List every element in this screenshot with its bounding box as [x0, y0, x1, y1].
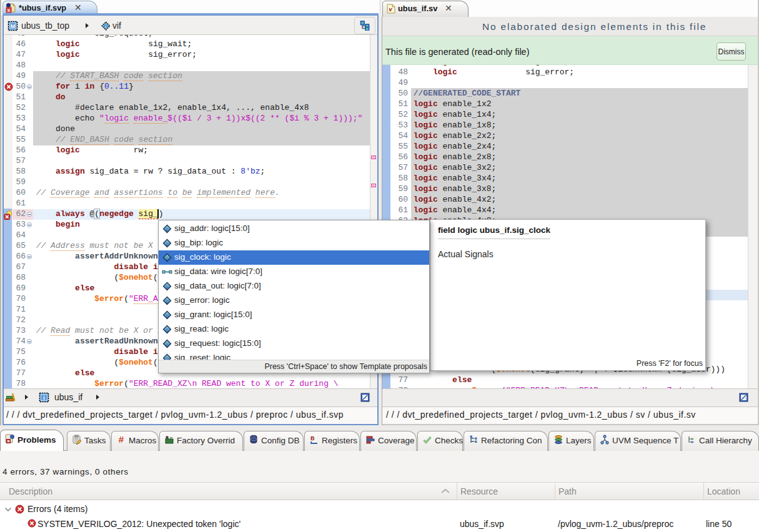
svg-text:i: i: [43, 395, 45, 401]
svg-text:x: x: [7, 7, 11, 13]
svg-text:i: i: [106, 24, 107, 28]
svg-text:M: M: [11, 23, 16, 29]
svg-text:#: #: [119, 435, 124, 445]
svg-text:B: B: [310, 435, 315, 441]
